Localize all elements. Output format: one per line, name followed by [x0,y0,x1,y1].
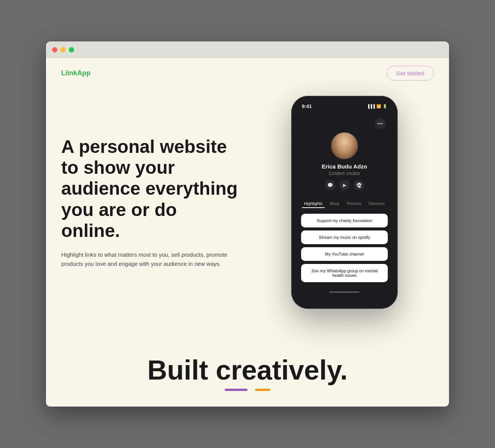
link-youtube[interactable]: My YouTube channel [301,247,388,261]
youtube-icon[interactable]: ▶ [339,180,350,191]
phone-tabs: Highlights Shop Promos Discover [297,198,392,210]
tab-highlights[interactable]: Highlights [302,200,325,208]
tab-shop[interactable]: Shop [327,200,342,208]
hero-subtext: Highlight links to what matters most to … [61,250,240,268]
browser-window: LiinkApp Get started A personal website … [46,41,449,407]
get-started-button[interactable]: Get started [387,66,434,81]
link-charity[interactable]: Support my charity foundation [301,214,388,227]
phone-notch [327,102,362,110]
hero-headline: A personal website to show your audience… [61,136,240,241]
hero-text: A personal website to show your audience… [61,136,240,268]
phone-mockup: 9:41 ▐▐▐ 📶 🔋 ••• [255,96,434,309]
navigation: LiinkApp Get started [46,58,449,88]
logo: LiinkApp [61,69,90,77]
avatar [331,132,358,159]
phone-links: Support my charity foundation Stream my … [297,214,392,288]
whatsapp-icon[interactable]: 💬 [325,180,335,191]
phone-inner: ••• Erica Budu Adzo Content creator 💬 ▶ … [297,112,392,294]
signal-icon: ▐▐▐ [367,104,375,108]
battery-icon: 🔋 [382,104,387,108]
built-underline [61,389,434,391]
phone-profile: ••• Erica Budu Adzo Content creator 💬 ▶ … [297,112,392,198]
snapchat-icon[interactable]: 👻 [354,180,364,191]
tab-promos[interactable]: Promos [344,200,363,208]
wifi-icon: 📶 [376,104,381,108]
underline-purple [225,389,248,391]
social-icons: 💬 ▶ 👻 [325,180,364,191]
underline-yellow [255,389,270,391]
profile-menu-area: ••• [297,118,392,129]
minimize-button[interactable] [60,47,66,52]
phone-status-icons: ▐▐▐ 📶 🔋 [367,104,387,108]
built-title: Built creatively. [61,354,434,386]
phone-frame: 9:41 ▐▐▐ 📶 🔋 ••• [291,96,398,309]
link-spotify[interactable]: Stream my music on spotify [301,230,388,244]
tab-discover[interactable]: Discover [366,200,387,208]
bottom-section: Built creatively. [46,332,449,406]
link-whatsapp[interactable]: Join my WhatsApp group on mental health … [301,264,388,282]
phone-home-indicator [329,291,360,293]
profile-name: Erica Budu Adzo [322,163,367,170]
hero-section: A personal website to show your audience… [46,88,449,332]
profile-role: Content creator [329,171,360,176]
browser-titlebar [46,41,449,58]
maximize-button[interactable] [69,47,74,52]
menu-dots-button[interactable]: ••• [375,118,386,129]
close-button[interactable] [52,47,57,52]
browser-content: LiinkApp Get started A personal website … [46,58,449,407]
phone-time: 9:41 [302,103,312,109]
